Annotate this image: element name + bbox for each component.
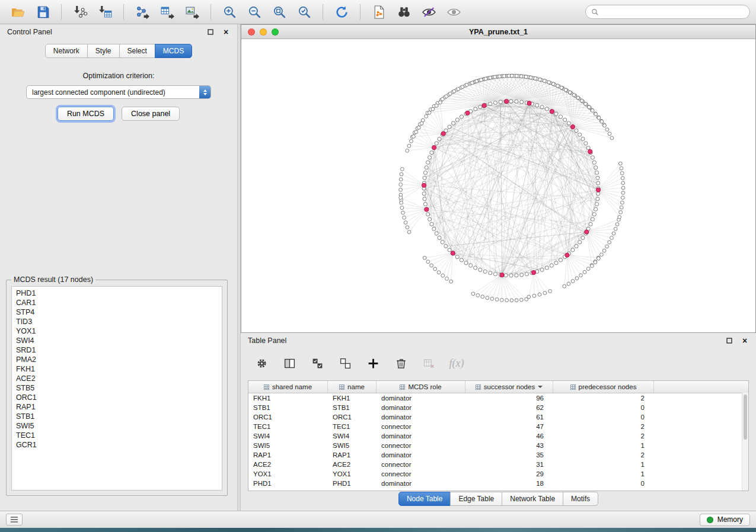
table-cell[interactable]: SWI5 xyxy=(248,441,328,450)
mcds-result-item[interactable]: PMA2 xyxy=(12,355,222,364)
mcds-result-item[interactable]: PHD1 xyxy=(12,289,222,298)
column-header-name[interactable]: name xyxy=(328,381,377,393)
table-cell[interactable]: ORC1 xyxy=(248,412,328,422)
mcds-result-item[interactable]: GCR1 xyxy=(12,440,222,450)
table-cell[interactable]: FKH1 xyxy=(328,393,377,403)
table-cell[interactable]: connector xyxy=(377,460,465,469)
open-session-button[interactable] xyxy=(6,2,30,21)
window-zoom-button[interactable] xyxy=(272,28,279,36)
network-graph[interactable] xyxy=(241,39,755,333)
memory-button[interactable]: Memory xyxy=(700,514,750,526)
table-cell[interactable]: FKH1 xyxy=(248,393,328,403)
run-mcds-button[interactable]: Run MCDS xyxy=(58,107,114,121)
table-cell[interactable]: 46 xyxy=(465,431,553,441)
zoom-out-button[interactable] xyxy=(243,2,266,21)
table-scrollbar[interactable] xyxy=(742,393,748,491)
binoculars-button[interactable] xyxy=(392,2,416,21)
mcds-result-item[interactable]: YOX1 xyxy=(12,326,222,336)
refresh-button[interactable] xyxy=(330,2,353,21)
table-cell[interactable]: RAP1 xyxy=(248,450,328,460)
mcds-result-item[interactable]: ACE2 xyxy=(12,374,222,383)
table-row[interactable]: STB1STB1dominator620 xyxy=(248,403,748,412)
table-row[interactable]: SWI5SWI5connector431 xyxy=(248,441,748,450)
deselect-all-button[interactable] xyxy=(337,355,353,371)
table-cell[interactable]: connector xyxy=(377,441,465,450)
tab-network-table[interactable]: Network Table xyxy=(502,492,563,506)
table-cell[interactable]: dominator xyxy=(377,412,465,422)
function-builder-button[interactable]: f(x) xyxy=(449,355,464,371)
table-cell[interactable]: SWI4 xyxy=(248,431,328,441)
tab-mcds[interactable]: MCDS xyxy=(155,44,192,58)
table-cell[interactable]: 1 xyxy=(553,460,654,469)
table-row[interactable]: TEC1TEC1connector472 xyxy=(248,422,748,431)
mcds-result-item[interactable]: TID3 xyxy=(12,317,222,326)
column-header-MCDS-role[interactable]: MCDS role xyxy=(377,381,465,393)
eye-button[interactable] xyxy=(442,2,465,21)
table-cell[interactable]: dominator xyxy=(377,431,465,441)
tab-motifs[interactable]: Motifs xyxy=(563,492,598,506)
select-all-button[interactable] xyxy=(310,355,325,371)
column-selector-button[interactable] xyxy=(282,355,297,371)
task-history-button[interactable] xyxy=(6,514,23,525)
table-cell[interactable]: 62 xyxy=(465,403,553,412)
table-cell[interactable]: ORC1 xyxy=(328,412,377,422)
table-cell[interactable]: 31 xyxy=(465,460,553,469)
table-cell[interactable]: 43 xyxy=(465,441,553,450)
table-settings-button[interactable] xyxy=(254,355,269,371)
table-cell[interactable]: STB1 xyxy=(328,403,377,412)
table-cell[interactable]: SWI5 xyxy=(328,441,377,450)
mcds-result-item[interactable]: STP4 xyxy=(12,307,222,317)
table-cell[interactable]: 61 xyxy=(465,412,553,422)
table-cell[interactable]: 47 xyxy=(465,422,553,431)
close-panel-action-button[interactable]: Close panel xyxy=(122,107,180,121)
document-share-button[interactable] xyxy=(367,2,391,21)
table-cell[interactable]: YOX1 xyxy=(248,469,328,479)
zoom-selected-button[interactable] xyxy=(292,2,316,21)
table-cell[interactable]: STB1 xyxy=(248,403,328,412)
mcds-result-item[interactable]: FKH1 xyxy=(12,364,222,374)
table-cell[interactable]: 2 xyxy=(553,450,654,460)
network-window-titlebar[interactable]: YPA_prune.txt_1 xyxy=(241,25,755,39)
table-cell[interactable]: 2 xyxy=(553,431,654,441)
scrollbar-thumb[interactable] xyxy=(744,395,747,440)
import-table-button[interactable] xyxy=(93,2,117,21)
zoom-fit-button[interactable] xyxy=(267,2,291,21)
zoom-in-button[interactable] xyxy=(218,2,241,21)
delete-row-button[interactable] xyxy=(393,355,409,371)
tab-edge-table[interactable]: Edge Table xyxy=(450,492,502,506)
table-cell[interactable]: SWI4 xyxy=(328,431,377,441)
close-table-panel-button[interactable]: × xyxy=(741,336,749,345)
table-cell[interactable]: dominator xyxy=(377,479,465,488)
table-cell[interactable]: 1 xyxy=(553,441,654,450)
mcds-result-item[interactable]: TEC1 xyxy=(12,431,222,440)
window-close-button[interactable] xyxy=(248,28,255,36)
table-cell[interactable]: 18 xyxy=(465,479,553,488)
table-row[interactable]: PHD1PHD1dominator180 xyxy=(248,479,748,488)
mcds-result-item[interactable]: STB5 xyxy=(12,383,222,393)
table-cell[interactable]: PHD1 xyxy=(248,479,328,488)
table-cell[interactable]: ACE2 xyxy=(248,460,328,469)
table-row[interactable]: SWI4SWI4dominator462 xyxy=(248,431,748,441)
table-cell[interactable]: YOX1 xyxy=(328,469,377,479)
table-cell[interactable]: 29 xyxy=(465,469,553,479)
export-network-button[interactable] xyxy=(130,2,154,21)
tab-network[interactable]: Network xyxy=(45,44,88,58)
table-row[interactable]: ORC1ORC1dominator610 xyxy=(248,412,748,422)
table-cell[interactable]: 0 xyxy=(553,412,654,422)
optimization-criterion-dropdown[interactable]: largest connected component (undirected) xyxy=(26,85,211,99)
table-cell[interactable]: 0 xyxy=(553,403,654,412)
tab-select[interactable]: Select xyxy=(119,44,155,58)
mcds-result-item[interactable]: RAP1 xyxy=(12,402,222,412)
export-image-button[interactable] xyxy=(180,2,204,21)
mcds-result-item[interactable]: SRD1 xyxy=(12,345,222,355)
table-cell[interactable]: 0 xyxy=(553,479,654,488)
table-cell[interactable]: connector xyxy=(377,469,465,479)
table-cell[interactable]: RAP1 xyxy=(328,450,377,460)
close-panel-button[interactable]: × xyxy=(222,28,230,36)
add-row-button[interactable] xyxy=(365,355,381,371)
tab-node-table[interactable]: Node Table xyxy=(398,492,451,506)
mcds-result-item[interactable]: SWI5 xyxy=(12,421,222,431)
column-header-shared-name[interactable]: shared name xyxy=(248,381,328,393)
column-header-predecessor-nodes[interactable]: predecessor nodes xyxy=(553,381,654,393)
table-cell[interactable]: 35 xyxy=(465,450,553,460)
